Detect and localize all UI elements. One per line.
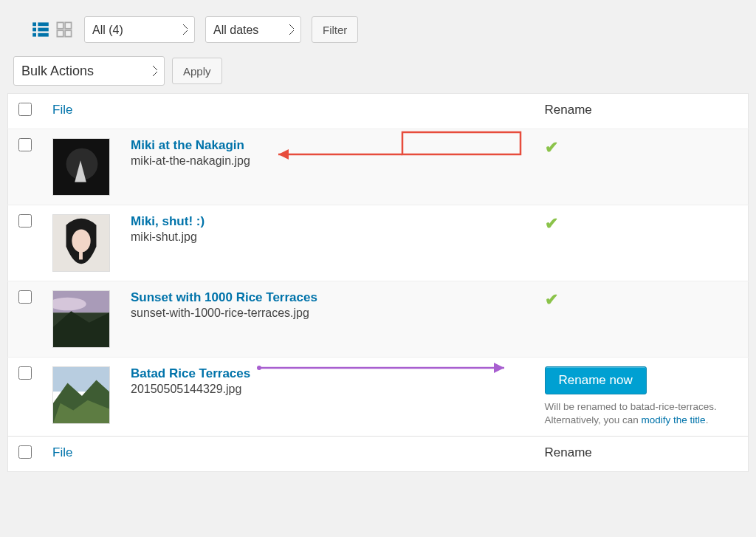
thumbnail[interactable] [52, 290, 110, 348]
svg-rect-5 [38, 33, 48, 37]
svg-rect-6 [57, 22, 63, 28]
grid-view-icon[interactable] [55, 20, 74, 39]
media-filename: 20150505144329.jpg [131, 383, 524, 396]
check-icon: ✔ [545, 290, 558, 309]
svg-marker-27 [494, 363, 504, 373]
media-title-link[interactable]: Miki at the Nakagin [131, 138, 244, 153]
table-row: Batad Rice Terraces 20150505144329.jpg R… [8, 358, 749, 437]
svg-rect-8 [57, 30, 63, 36]
thumbnail[interactable] [52, 138, 110, 196]
media-title-link[interactable]: Sunset with 1000 Rice Terraces [131, 290, 317, 305]
apply-button[interactable]: Apply [172, 58, 222, 84]
media-filename: sunset-with-1000-rice-terraces.jpg [131, 307, 524, 320]
check-icon: ✔ [545, 138, 558, 157]
filter-dates-select[interactable]: All dates [205, 16, 301, 43]
column-header-file[interactable]: File [42, 94, 535, 129]
svg-point-17 [72, 229, 90, 252]
svg-rect-7 [65, 22, 71, 28]
select-all-checkbox-footer[interactable] [18, 445, 32, 459]
media-filename: miki-at-the-nakagin.jpg [131, 154, 524, 168]
svg-rect-3 [38, 28, 48, 32]
filter-type-select[interactable]: All (4) [84, 16, 195, 43]
svg-rect-0 [32, 22, 36, 26]
svg-rect-18 [79, 250, 83, 260]
thumbnail[interactable] [52, 366, 110, 424]
svg-rect-4 [32, 33, 36, 37]
check-icon: ✔ [545, 214, 558, 233]
svg-rect-9 [65, 30, 71, 36]
rename-now-button[interactable]: Rename now [545, 366, 647, 394]
row-checkbox[interactable] [18, 138, 32, 151]
media-title-link[interactable]: Miki, shut! :) [131, 214, 205, 229]
table-row: Sunset with 1000 Rice Terraces sunset-wi… [8, 281, 749, 358]
annotation-purple-arrow [256, 360, 516, 375]
bulk-toolbar: Bulk Actions Apply [7, 53, 749, 93]
media-title-link[interactable]: Batad Rice Terraces [131, 366, 250, 381]
table-row: Miki at the Nakagin miki-at-the-nakagin.… [8, 129, 749, 205]
view-switcher [31, 20, 74, 39]
media-table: File Rename Miki at the Nakagin miki-at-… [7, 93, 749, 472]
column-header-rename: Rename [535, 94, 749, 129]
rename-note: Will be renamed to batad-rice-terraces. … [545, 400, 737, 427]
media-filename: miki-shut.jpg [131, 230, 524, 244]
svg-point-28 [257, 366, 261, 370]
row-checkbox[interactable] [18, 366, 32, 380]
filter-toolbar: All (4) All dates Filter [7, 7, 749, 53]
column-footer-file[interactable]: File [42, 437, 535, 472]
row-checkbox[interactable] [18, 214, 32, 228]
bulk-actions-select[interactable]: Bulk Actions [13, 56, 165, 86]
row-checkbox[interactable] [18, 290, 32, 304]
svg-rect-2 [32, 28, 36, 32]
filter-button[interactable]: Filter [312, 16, 358, 43]
select-all-checkbox[interactable] [18, 103, 32, 116]
svg-rect-1 [38, 22, 48, 26]
thumbnail[interactable] [52, 214, 110, 272]
svg-rect-12 [402, 132, 520, 154]
table-row: Miki, shut! :) miki-shut.jpg ✔ [8, 205, 749, 281]
modify-title-link[interactable]: modify the title [642, 414, 706, 425]
list-view-icon[interactable] [31, 20, 50, 39]
column-footer-rename: Rename [535, 437, 749, 472]
